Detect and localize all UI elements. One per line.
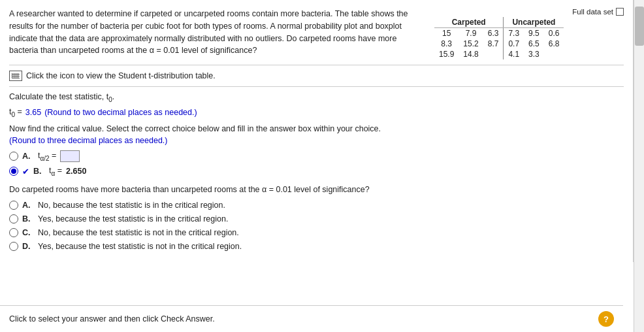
data-table-area: Full data set Carpeted Uncarpeted 157.96… [434, 8, 624, 59]
mc-option: B.Yes, because the test statistic is in … [9, 214, 624, 224]
option-b-row: ✔ B. tα = 2.650 [9, 166, 624, 177]
mc-option: A.No, because the test statistic is in t… [9, 201, 624, 210]
option-a-label: A. [22, 152, 34, 161]
mc-radio-d[interactable] [9, 242, 18, 251]
table-cell: 15 [434, 28, 459, 39]
mc-option: C.No, because the test statistic is not … [9, 228, 624, 237]
bottom-bar: Click to select your answer and then cli… [0, 305, 623, 332]
mc-radio-a[interactable] [9, 201, 18, 210]
option-a-input[interactable] [60, 150, 80, 162]
mc-option: D.Yes, because the test statistic is not… [9, 242, 624, 251]
mc-label-b: B. [22, 214, 34, 224]
table-cell: 3.3 [524, 49, 544, 59]
table-distribution-icon[interactable] [9, 71, 22, 81]
table-cell: 6.8 [544, 39, 564, 49]
mc-text: Yes, because the test statistic is in th… [38, 214, 228, 224]
table-cell: 14.8 [459, 49, 483, 59]
mc-radio-c[interactable] [9, 228, 18, 237]
table-cell: 0.6 [544, 28, 564, 39]
table-cell: 6.3 [483, 28, 504, 39]
problem-text: A researcher wanted to determine if carp… [9, 8, 428, 59]
table-cell: 8.3 [434, 39, 459, 49]
table-cell: 6.5 [524, 39, 544, 49]
table-row: 8.315.28.70.76.56.8 [434, 39, 564, 49]
full-data-label: Full data set [434, 8, 624, 16]
help-button[interactable]: ? [598, 311, 614, 327]
table-row: 15.914.84.13.3 [434, 49, 564, 59]
carpeted-header: Carpeted [434, 17, 504, 28]
table-cell: 7.3 [504, 28, 524, 39]
option-b-label: B. [33, 167, 45, 176]
table-cell: 15.2 [459, 39, 483, 49]
table-cell: 9.5 [524, 28, 544, 39]
mc-label-c: C. [22, 228, 34, 237]
data-table: Carpeted Uncarpeted 157.96.37.39.50.68.3… [434, 17, 564, 59]
icon-row: Click the icon to view the Student t-dis… [9, 71, 624, 81]
mc-text: No, because the test statistic is not in… [38, 228, 239, 237]
t0-note: (Round to two decimal places as needed.) [44, 108, 197, 117]
table-row: 157.96.37.39.50.6 [434, 28, 564, 39]
option-a-row: A. tα/2 = [9, 150, 624, 162]
mc-answers: A.No, because the test statistic is in t… [9, 201, 624, 251]
mc-label-d: D. [22, 242, 34, 251]
mc-text: No, because the test statistic is in the… [38, 201, 225, 210]
scrollbar-thumb[interactable] [635, 7, 644, 46]
option-b-radio[interactable] [9, 167, 18, 176]
table-cell [544, 49, 564, 59]
mc-label-a: A. [22, 201, 34, 210]
mc-text: Yes, because the test statistic is not i… [38, 242, 242, 251]
divider-1 [9, 65, 624, 65]
full-data-icon[interactable] [616, 8, 624, 16]
table-cell: 0.7 [504, 39, 524, 49]
option-a-formula: tα/2 = [38, 151, 56, 162]
divider-2 [9, 86, 624, 87]
question-text: Do carpeted rooms have more bacteria tha… [9, 185, 624, 194]
bottom-text: Click to select your answer and then cli… [9, 314, 215, 324]
t0-answer-line: t0 = 3.65 (Round to two decimal places a… [9, 107, 624, 118]
t0-value: 3.65 [25, 108, 41, 117]
scrollbar[interactable] [634, 0, 644, 332]
uncarpeted-header: Uncarpeted [504, 17, 564, 28]
option-a-radio[interactable] [9, 152, 18, 161]
critical-value-note: (Round to three decimal places as needed… [9, 136, 624, 145]
table-cell: 15.9 [434, 49, 459, 59]
table-cell: 8.7 [483, 39, 504, 49]
icon-row-text: Click the icon to view the Student t-dis… [26, 71, 216, 80]
option-b-formula: tα = [49, 166, 62, 177]
check-icon: ✔ [22, 167, 29, 176]
mc-radio-b[interactable] [9, 214, 18, 224]
option-b-value: 2.650 [66, 167, 86, 176]
table-cell: 4.1 [504, 49, 524, 59]
critical-value-text: Now find the critical value. Select the … [9, 124, 624, 133]
calculate-line: Calculate the test statistic, t0. [9, 92, 624, 103]
table-cell [483, 49, 504, 59]
table-cell: 7.9 [459, 28, 483, 39]
